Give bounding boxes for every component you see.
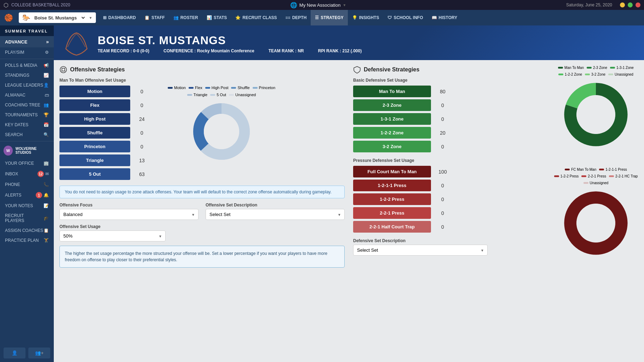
122zone-button[interactable]: 1-2-2 Zone	[353, 127, 431, 139]
highpost-button[interactable]: High Post	[59, 113, 130, 125]
offensive-set-desc-group: Offensive Set Description Select Set	[206, 203, 345, 220]
offensive-row-flex: Flex 0	[59, 99, 151, 111]
titlebar-right: Saturday, June 25, 2020	[566, 2, 640, 7]
legend-5out: 5 Out	[210, 93, 226, 97]
assign-coaches-icon: 📋	[44, 228, 49, 233]
sidebar-item-inbox[interactable]: INBOX 12 ✉	[0, 168, 54, 180]
nav-roster[interactable]: 👥 ROSTER	[169, 10, 202, 25]
minimize-button[interactable]	[620, 2, 625, 7]
offensive-set-desc-label: Offensive Set Description	[206, 203, 345, 208]
legend-23zone: 2-3 Zone	[587, 66, 607, 70]
sidebar-item-alerts[interactable]: ALERTS 1 🔔	[0, 189, 54, 201]
221press-value: 0	[434, 210, 452, 216]
team-selector[interactable]: 🐎 Boise St. Mustangs ▼	[19, 12, 96, 23]
close-button[interactable]	[636, 2, 640, 7]
legend-122zone: 1-2-2 Zone	[558, 72, 582, 76]
sidebar-item-phone[interactable]: PHONE 📞	[0, 180, 54, 189]
offensive-set-desc-select[interactable]: Select Set	[206, 209, 345, 220]
legend-highpost: High Post	[205, 86, 229, 90]
nav-strategy[interactable]: ☰ STRATEGY	[311, 10, 347, 25]
23zone-button[interactable]: 2-3 Zone	[353, 99, 431, 111]
1211press-button[interactable]: 1-2-1-1 Press	[353, 180, 431, 191]
sidebar-item-practice[interactable]: PRACTICE PLAN 🏋	[0, 235, 54, 245]
5out-button[interactable]: 5 Out	[59, 168, 130, 180]
nav-history[interactable]: 📖 HISTORY	[427, 10, 462, 25]
fcmtm-button[interactable]: Full Court Man To Man	[353, 166, 431, 177]
offensive-row-highpost: High Post 24	[59, 113, 151, 125]
32zone-button[interactable]: 3-2 Zone	[353, 141, 431, 152]
sidebar-item-notes[interactable]: YOUR NOTES 📝	[0, 201, 54, 211]
defensive-top-row: Defensive Strategies Basic Defensive Set…	[353, 66, 638, 260]
highpost-value: 24	[133, 116, 151, 122]
practice-icon: 🏋	[44, 238, 49, 243]
nav-recruit[interactable]: ⭐ RECRUIT CLASS	[231, 10, 281, 25]
staff-icon: 📋	[144, 15, 150, 20]
alerts-badge: 1	[36, 192, 42, 198]
motion-button[interactable]: Motion	[59, 86, 130, 97]
131zone-button[interactable]: 1-3-1 Zone	[353, 113, 431, 125]
notes-icon: 📝	[44, 203, 49, 208]
sidebar-advance[interactable]: ADVANCE »	[0, 36, 54, 47]
mantoman-button[interactable]: Man To Man	[353, 86, 431, 97]
221press-button[interactable]: 2-2-1 Press	[353, 207, 431, 219]
princeton-button[interactable]: Princeton	[59, 141, 130, 152]
legend-131zone: 1-3-1 Zone	[610, 66, 634, 70]
maximize-button[interactable]	[628, 2, 633, 7]
team-conference: CONFERENCE : Rocky Mountain Conference	[163, 48, 254, 53]
user-name: WOLVERINE STUDIOS	[16, 147, 50, 154]
defensive-set-desc-select[interactable]: Select Set	[353, 245, 488, 256]
sidebar-playsim[interactable]: PLAY/SIM ⚙	[0, 47, 54, 57]
sidebar-item-standings[interactable]: STANDINGS 📈	[0, 70, 54, 80]
legend-mantoman: Man To Man	[558, 66, 584, 70]
sidebar-item-coaching[interactable]: COACHING TREE 👥	[0, 100, 54, 110]
offensive-row-5out: 5 Out 63	[59, 168, 151, 180]
offensive-focus-select[interactable]: Balanced Inside Outside Motion	[59, 209, 199, 220]
window-controls[interactable]	[620, 2, 640, 7]
flex-button[interactable]: Flex	[59, 99, 130, 111]
sidebar-item-polls[interactable]: POLLS & MEDIA 📢	[0, 60, 54, 70]
legend-pressure-unassigned: Unassigned	[583, 181, 609, 185]
offensive-panel: Offensive Strategies Man To Man Offensiv…	[59, 66, 345, 268]
sidebar-item-league[interactable]: LEAGUE LEADERS 👤	[0, 80, 54, 90]
offensive-usage-pct-wrapper[interactable]: 25% 50% 75% 100%	[59, 230, 166, 241]
offensive-focus-wrapper[interactable]: Balanced Inside Outside Motion	[59, 209, 199, 220]
offensive-title: Offensive Strategies	[70, 66, 125, 73]
history-icon: 📖	[432, 15, 437, 20]
offensive-usage-pct-select[interactable]: 25% 50% 75% 100%	[59, 230, 166, 241]
122press-button[interactable]: 1-2-2 Press	[353, 193, 431, 205]
nav-staff[interactable]: 📋 STAFF	[140, 10, 169, 25]
sidebar-user-button[interactable]: 👤	[4, 348, 25, 358]
offensive-usage-pct-group: Offensive Set Usage 25% 50% 75% 100%	[59, 224, 166, 241]
sidebar-item-keydates[interactable]: KEY DATES 📅	[0, 120, 54, 130]
sidebar-item-office[interactable]: YOUR OFFICE 🏢	[0, 158, 54, 168]
team-dropdown[interactable]: Boise St. Mustangs	[33, 15, 86, 21]
221hctrap-button[interactable]: 2-2-1 Half Court Trap	[353, 221, 431, 233]
triangle-button[interactable]: Triangle	[59, 154, 130, 166]
nav-stats[interactable]: 📊 STATS	[202, 10, 231, 25]
legend-122press: 1-2-2 Press	[554, 174, 579, 178]
sidebar-item-almanac[interactable]: ALMANAC 🗃	[0, 90, 54, 100]
sidebar-item-recruit-players[interactable]: RECRUIT PLAYERS 🎓	[0, 211, 54, 226]
sidebar-item-search[interactable]: SEARCH 🔍	[0, 130, 54, 140]
offensive-row-triangle: Triangle 13	[59, 154, 151, 166]
app-logo: 🏀	[4, 13, 13, 22]
sidebar-item-assign-coaches[interactable]: ASSIGN COACHES 📋	[0, 226, 54, 235]
shuffle-button[interactable]: Shuffle	[59, 127, 130, 139]
titlebar-left: ⬡ COLLEGE BASKETBALL 2020	[4, 2, 70, 8]
def-row-122zone: 1-2-2 Zone 20	[353, 127, 546, 139]
nav-dashboard[interactable]: ⊞ DASHBOARD	[99, 10, 140, 25]
offensive-note-box: The higher the set usage percentage the …	[59, 246, 345, 268]
defensive-set-desc-group: Defensive Set Description Select Set	[353, 238, 488, 256]
nav-depth[interactable]: ≡≡ DEPTH	[281, 10, 311, 25]
sidebar-bottom-buttons: 👤 👥+	[0, 344, 54, 362]
flex-value: 0	[133, 103, 151, 108]
team-banner: BOISE ST. MUSTANGS TEAM RECORD : 0-0 (0-…	[54, 25, 644, 60]
sidebar-item-tournaments[interactable]: TOURNAMENTS 🏆	[0, 110, 54, 120]
pressure-usage-label: Pressure Defensive Set Usage	[353, 158, 546, 163]
def-row-23zone: 2-3 Zone 0	[353, 99, 546, 111]
defensive-set-desc-wrapper[interactable]: Select Set	[353, 245, 488, 256]
nav-school[interactable]: 🛡 SCHOOL INFO	[383, 10, 427, 25]
sidebar-add-user-button[interactable]: 👥+	[28, 348, 50, 358]
nav-insights[interactable]: 💡 INSIGHTS	[348, 10, 384, 25]
offensive-set-desc-wrapper[interactable]: Select Set	[206, 209, 345, 220]
